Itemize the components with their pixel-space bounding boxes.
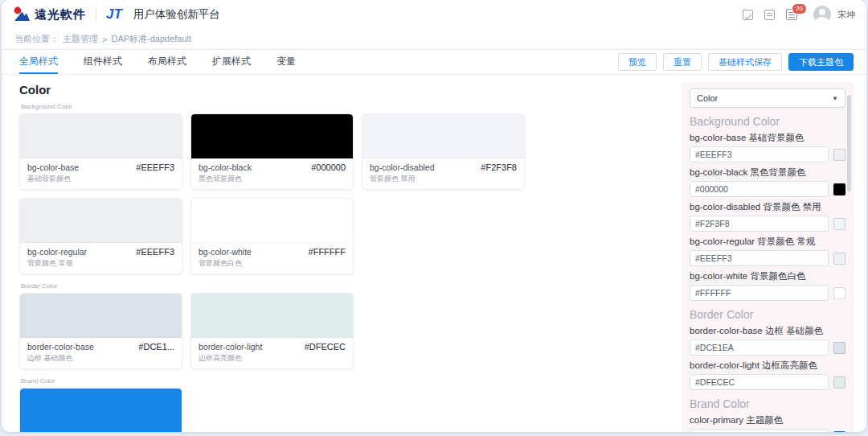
company-logo-text: 遠光軟件	[35, 7, 86, 23]
color-card[interactable]: bg-color-black #000000 黑色背景颜色	[190, 113, 354, 190]
color-name: border-color-base	[27, 342, 94, 352]
preview-button[interactable]: 预览	[618, 53, 657, 71]
color-card[interactable]: bg-color-white #FFFFFF 背景颜色白色	[190, 198, 354, 274]
color-section-label: Border Color	[21, 282, 674, 290]
color-hex: #000000	[311, 162, 346, 172]
user-avatar[interactable]	[813, 6, 831, 23]
panel-field: bg-color-regular 背景颜色 常规	[690, 236, 845, 266]
panel-field-label: bg-color-black 黑色背景颜色	[690, 167, 845, 179]
color-value-input[interactable]	[690, 339, 829, 356]
style-editor-panel: Color ▼ Background Color bg-color-base 基…	[682, 82, 854, 432]
color-name: bg-color-white	[199, 247, 252, 257]
color-name: bg-color-disabled	[370, 162, 435, 172]
color-swatch	[362, 114, 524, 158]
color-swatch	[191, 114, 353, 158]
color-picker-swatch[interactable]	[833, 253, 845, 265]
monitor-check-icon[interactable]	[743, 10, 753, 20]
color-value-input[interactable]	[690, 429, 829, 432]
panel-group-title: Brand Color	[690, 397, 845, 410]
tab[interactable]: 扩展样式	[212, 50, 251, 74]
color-card[interactable]: bg-color-base #EEEFF3 基础背景颜色	[19, 113, 182, 190]
color-swatch	[20, 114, 182, 158]
color-name: border-color-light	[199, 342, 262, 352]
breadcrumb-section-link[interactable]: 主题管理	[63, 33, 98, 45]
panel-field-label: bg-color-base 基础背景颜色	[690, 132, 845, 144]
page-title: 用户体验创新平台	[133, 7, 220, 22]
color-value-input[interactable]	[690, 181, 829, 197]
color-hex: #EEEFF3	[136, 247, 174, 257]
download-theme-button[interactable]: 下载主题包	[788, 53, 854, 71]
color-swatch	[20, 199, 182, 243]
tab[interactable]: 组件样式	[84, 50, 122, 74]
tab[interactable]: 变量	[276, 50, 296, 74]
panel-group-title: Border Color	[690, 308, 845, 321]
tab-label: 布局样式	[148, 55, 186, 68]
tab-label: 扩展样式	[212, 55, 251, 68]
tab[interactable]: 布局样式	[148, 50, 186, 74]
color-swatch	[191, 294, 353, 338]
color-description: 基础背景颜色	[27, 174, 174, 184]
color-picker-swatch[interactable]	[833, 218, 845, 230]
color-swatch	[20, 294, 182, 338]
panel-group-title: Background Color	[690, 115, 845, 128]
color-picker-swatch[interactable]	[833, 183, 845, 195]
todo-notification[interactable]: 20	[786, 9, 797, 20]
tab-label: 变量	[276, 55, 296, 68]
color-value-input[interactable]	[690, 285, 829, 301]
sections-container: Background Color bg-color-base #EEEFF3 基…	[19, 103, 674, 432]
color-card[interactable]: border-color-base #DCE1... 边框 基础颜色	[19, 293, 182, 369]
tab-label: 全局样式	[19, 55, 58, 68]
save-base-style-button[interactable]: 基础样式保存	[708, 53, 782, 71]
color-hex: #DFECEC	[305, 342, 346, 352]
top-header: 遠光軟件 JT 用户体验创新平台 20 宋坤	[2, 0, 866, 29]
color-section: Border Color border-color-base #DCE1... …	[19, 282, 674, 369]
color-name: bg-color-black	[199, 162, 252, 172]
color-hex: #F2F3F8	[481, 162, 517, 172]
document-icon[interactable]	[764, 10, 775, 20]
user-name: 宋坤	[837, 9, 855, 21]
color-card[interactable]: border-color-light #DFECEC 边框高亮颜色	[190, 293, 354, 369]
color-description: 背景颜色白色	[199, 258, 346, 269]
color-picker-swatch[interactable]	[833, 342, 845, 354]
color-card[interactable]: bg-color-disabled #F2F3F8 背景颜色 禁用	[362, 113, 525, 190]
company-logo: 遠光軟件	[13, 6, 86, 23]
color-description: 背景颜色 禁用	[370, 174, 517, 184]
color-value-input[interactable]	[690, 146, 829, 162]
panel-field: bg-color-base 基础背景颜色	[690, 132, 845, 162]
toolbar: 预览 重置 基础样式保存 下载主题包	[618, 53, 854, 71]
section-title: Color	[19, 83, 674, 97]
panel-field-label: bg-color-white 背景颜色白色	[690, 270, 845, 282]
panel-field: color-primary 主题颜色	[690, 414, 845, 432]
panel-field: bg-color-disabled 背景颜色 禁用	[690, 201, 845, 232]
color-swatch	[20, 389, 182, 432]
tabs: 全局样式组件样式布局样式扩展样式变量	[19, 50, 296, 74]
breadcrumb-current: DAP标准-dapdefault	[111, 33, 191, 45]
header-divider	[96, 7, 96, 22]
color-card[interactable]: bg-color-regular #EEEFF3 背景颜色 常规	[19, 198, 182, 274]
tab[interactable]: 全局样式	[19, 50, 58, 74]
color-picker-swatch[interactable]	[833, 287, 845, 299]
panel-groups: Background Color bg-color-base 基础背景颜色 bg…	[690, 115, 845, 432]
color-hex: #EEEFF3	[136, 162, 174, 172]
panel-field: bg-color-black 黑色背景颜色	[690, 167, 845, 197]
category-select-value: Color	[697, 93, 718, 103]
breadcrumb: 当前位置： 主题管理 > DAP标准-dapdefault	[2, 29, 866, 49]
panel-scrollbar[interactable]	[847, 95, 851, 191]
panel-field: bg-color-white 背景颜色白色	[690, 270, 845, 301]
chevron-down-icon: ▼	[832, 95, 838, 102]
breadcrumb-prefix: 当前位置：	[14, 33, 59, 45]
category-select[interactable]: Color ▼	[690, 88, 845, 108]
color-name: bg-color-regular	[27, 247, 87, 257]
jt-logo: JT	[106, 6, 122, 23]
color-value-input[interactable]	[690, 250, 829, 266]
color-value-input[interactable]	[690, 216, 829, 232]
color-picker-swatch[interactable]	[833, 376, 845, 389]
color-picker-swatch[interactable]	[833, 149, 845, 161]
reset-button[interactable]: 重置	[663, 53, 702, 71]
color-card[interactable]: color-primary #1687E8 主题颜色	[19, 388, 182, 432]
color-picker-swatch[interactable]	[833, 431, 845, 433]
color-description: 边框高亮颜色	[199, 353, 346, 364]
color-value-input[interactable]	[690, 374, 829, 390]
tab-label: 组件样式	[84, 55, 122, 68]
color-section-label: Brand Color	[21, 377, 674, 385]
